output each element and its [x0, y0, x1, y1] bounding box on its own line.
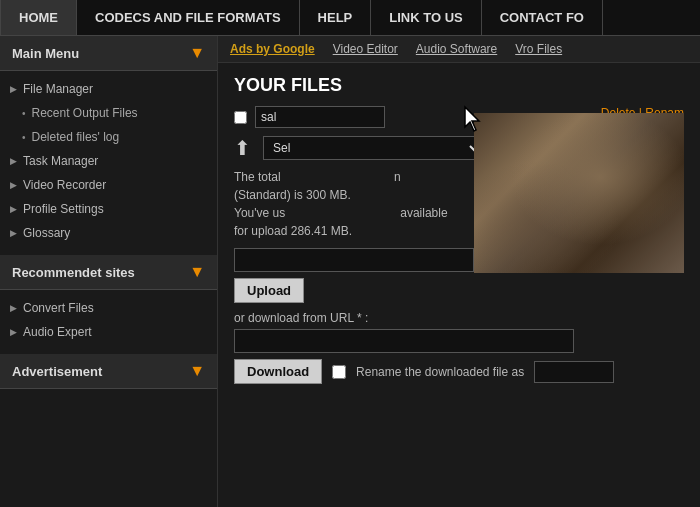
recommended-arrow: ▼ [189, 263, 205, 281]
main-content: Ads by Google Video Editor Audio Softwar… [218, 36, 700, 507]
recent-output-label: Recent Output Files [32, 106, 138, 120]
video-recorder-label: Video Recorder [23, 178, 106, 192]
upload-button[interactable]: Upload [234, 278, 304, 303]
nav-contact[interactable]: CONTACT FO [482, 0, 603, 35]
nav-link-to-us[interactable]: LINK TO US [371, 0, 481, 35]
tri-icon-7: ▶ [10, 327, 17, 337]
audio-software-link[interactable]: Audio Software [416, 42, 497, 56]
advertisement-header[interactable]: Advertisement ▼ [0, 354, 217, 389]
rename-as-input[interactable] [534, 361, 614, 383]
bullet-icon: • [22, 108, 26, 119]
audio-expert-label: Audio Expert [23, 325, 92, 339]
info-line1: The total n (Standard) is 300 MB. [234, 168, 459, 204]
tri-icon-4: ▶ [10, 204, 17, 214]
file-checkbox-area [234, 106, 385, 128]
task-manager-label: Task Manager [23, 154, 98, 168]
sidebar-item-task-manager[interactable]: ▶ Task Manager [0, 149, 217, 173]
sidebar-item-recent-output[interactable]: • Recent Output Files [0, 101, 217, 125]
file-thumbnail [474, 113, 684, 273]
upload-arrow-icon: ⬆ [234, 136, 251, 160]
vro-files-link[interactable]: Vro Files [515, 42, 562, 56]
file-path-input[interactable] [234, 248, 474, 272]
advertisement-label: Advertisement [12, 364, 102, 379]
deleted-log-label: Deleted files' log [32, 130, 120, 144]
page-title: YOUR FILES [234, 75, 684, 96]
file-checkbox[interactable] [234, 111, 247, 124]
content-area: YOUR FILES Delete | Renam ⬆ Sel [218, 63, 700, 396]
recommended-label: Recommendet sites [12, 265, 135, 280]
tri-icon: ▶ [10, 84, 17, 94]
recommended-menu: ▶ Convert Files ▶ Audio Expert [0, 290, 217, 350]
format-select[interactable]: Sel [263, 136, 483, 160]
sidebar-item-file-manager[interactable]: ▶ File Manager [0, 77, 217, 101]
bullet-icon-2: • [22, 132, 26, 143]
sidebar-item-glossary[interactable]: ▶ Glossary [0, 221, 217, 245]
ads-bar: Ads by Google Video Editor Audio Softwar… [218, 36, 700, 63]
main-menu-label: Main Menu [12, 46, 79, 61]
file-manager-label: File Manager [23, 82, 93, 96]
download-row: Download Rename the downloaded file as [234, 359, 684, 384]
nav-codecs[interactable]: CODECS AND FILE FORMATS [77, 0, 300, 35]
sidebar: Main Menu ▼ ▶ File Manager • Recent Outp… [0, 36, 218, 507]
nav-home[interactable]: HOME [0, 0, 77, 35]
or-download-text: or download from URL * : [234, 311, 684, 325]
url-input[interactable] [234, 329, 574, 353]
main-menu-header[interactable]: Main Menu ▼ [0, 36, 217, 71]
upload-button-row: Upload [234, 278, 684, 303]
glossary-label: Glossary [23, 226, 70, 240]
tri-icon-6: ▶ [10, 303, 17, 313]
sidebar-item-audio-expert[interactable]: ▶ Audio Expert [0, 320, 217, 344]
rename-label: Rename the downloaded file as [356, 365, 524, 379]
sidebar-item-convert-files[interactable]: ▶ Convert Files [0, 296, 217, 320]
sidebar-item-profile-settings[interactable]: ▶ Profile Settings [0, 197, 217, 221]
sidebar-item-deleted-log[interactable]: • Deleted files' log [0, 125, 217, 149]
main-layout: Main Menu ▼ ▶ File Manager • Recent Outp… [0, 36, 700, 507]
main-menu-arrow: ▼ [189, 44, 205, 62]
main-menu-items: ▶ File Manager • Recent Output Files • D… [0, 71, 217, 251]
tri-icon-2: ▶ [10, 156, 17, 166]
tri-icon-5: ▶ [10, 228, 17, 238]
tri-icon-3: ▶ [10, 180, 17, 190]
advertisement-arrow: ▼ [189, 362, 205, 380]
video-editor-link[interactable]: Video Editor [333, 42, 398, 56]
download-button[interactable]: Download [234, 359, 322, 384]
thumbnail-image [474, 113, 684, 273]
top-navigation: HOME CODECS AND FILE FORMATS HELP LINK T… [0, 0, 700, 36]
sidebar-item-video-recorder[interactable]: ▶ Video Recorder [0, 173, 217, 197]
info-line2: You've usavailable for upload 286.41 MB. [234, 204, 459, 240]
ads-by-google: Ads by Google [230, 42, 315, 56]
profile-settings-label: Profile Settings [23, 202, 104, 216]
file-name-input[interactable] [255, 106, 385, 128]
convert-files-label: Convert Files [23, 301, 94, 315]
rename-checkbox[interactable] [332, 365, 346, 379]
nav-help[interactable]: HELP [300, 0, 372, 35]
recommended-sites-header[interactable]: Recommendet sites ▼ [0, 255, 217, 290]
